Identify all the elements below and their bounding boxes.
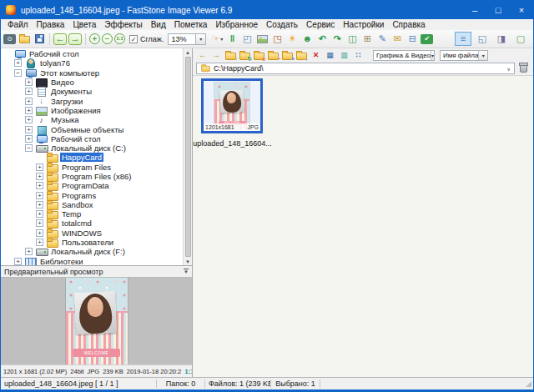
hand-tool-button[interactable]: ☞▾ (210, 33, 224, 46)
menu-colors[interactable]: Цвета (68, 20, 100, 29)
folder-favorites-button[interactable]: ★ (253, 50, 265, 61)
menu-file[interactable]: Файл (3, 20, 33, 29)
email-button[interactable]: ✉ (390, 33, 404, 46)
collapse-minus-icon[interactable]: − (14, 69, 22, 77)
minimize-button[interactable]: – (463, 1, 486, 19)
expand-plus-icon[interactable]: + (25, 135, 33, 143)
tree-scrollbar[interactable]: ▲ ▼ (183, 48, 192, 265)
actual-size-button[interactable]: 1:1 (114, 33, 125, 44)
tree-item-video[interactable]: +Видео (1, 78, 183, 87)
tree-item-pictures[interactable]: +Изображения (1, 106, 183, 115)
file-type-filter-select[interactable]: Графика & Видео ▾ (373, 50, 435, 61)
tree-item-programs[interactable]: +Programs (1, 190, 183, 199)
tree-item-windows[interactable]: +WINDOWS (1, 229, 183, 238)
compare-images-button[interactable]: ◫ (345, 33, 359, 46)
open-folder-button[interactable]: → (18, 33, 31, 46)
file-thumbnail-selected[interactable]: WELCOME 1201x1681 JPG (201, 78, 263, 133)
expand-plus-icon[interactable]: + (36, 182, 43, 189)
expand-plus-icon[interactable]: + (25, 107, 33, 114)
expand-plus-icon[interactable]: + (14, 59, 22, 67)
scroll-up-icon[interactable]: ▲ (184, 48, 192, 56)
expand-plus-icon[interactable]: + (36, 210, 43, 218)
tree-item-program-files[interactable]: +Program Files (1, 163, 183, 172)
scrollbar-thumb[interactable] (185, 57, 191, 257)
folder-new-button[interactable]: + (267, 50, 280, 61)
address-input[interactable]: C:\HappyCard\ ∨ (196, 63, 515, 74)
tree-item-users[interactable]: +Пользователи (1, 238, 183, 247)
tree-item-totalcmd[interactable]: +totalcmd (1, 219, 183, 228)
file-name-label[interactable]: uploaded_148_16604... (193, 139, 272, 148)
acquire-camera-button[interactable]: ⊙ (3, 34, 16, 44)
tree-item-disk-f[interactable]: +Локальный диск (F:) (1, 247, 183, 256)
move-to-folder-button[interactable]: → (295, 50, 308, 61)
expand-plus-icon[interactable]: + (36, 229, 43, 237)
tree-item-temp[interactable]: +Temp (1, 209, 183, 219)
print-button[interactable]: ⊟ (406, 33, 419, 46)
menu-help[interactable]: Справка (388, 20, 429, 29)
expand-plus-icon[interactable]: + (25, 98, 33, 105)
collapse-minus-icon[interactable]: − (25, 144, 33, 152)
chevron-down-icon[interactable]: ▾ (196, 33, 206, 45)
red-eye-button[interactable]: ☻ (300, 33, 314, 46)
menu-view[interactable]: Вид (147, 20, 170, 29)
image-wall-button[interactable] (255, 33, 269, 46)
menu-settings[interactable]: Настройки (339, 20, 388, 29)
tree-item-sandbox[interactable]: +Sandbox (1, 200, 183, 209)
folder-up-button[interactable]: ↑ (224, 50, 237, 61)
expand-plus-icon[interactable]: + (36, 239, 43, 246)
copy-to-folder-button[interactable]: » (281, 50, 294, 61)
expand-plus-icon[interactable]: + (25, 116, 33, 123)
view-fullscreen-button[interactable]: ▢ (512, 32, 529, 46)
recycle-bin-button[interactable] (517, 63, 530, 74)
tree-item-libraries[interactable]: +Библиотеки (1, 257, 183, 265)
menu-edit[interactable]: Правка (33, 20, 69, 29)
tree-item-program-files-x86[interactable]: +Program Files (x86) (1, 172, 183, 181)
autohide-pin-icon[interactable]: ▼ (184, 269, 189, 274)
browse-select-button[interactable]: ◰ (240, 33, 254, 46)
view-windowed-button[interactable]: ◱ (474, 32, 491, 46)
tree-item-this-pc[interactable]: −Этот компьютер (1, 68, 183, 78)
tree-item-downloads[interactable]: +↓Загрузки (1, 96, 183, 105)
rotate-right-button[interactable]: ↷ (330, 33, 344, 46)
expand-plus-icon[interactable]: + (25, 126, 33, 133)
dropdown-arrow-icon[interactable]: ▾ (220, 37, 223, 42)
rotate-left-button[interactable]: ↶ (315, 33, 329, 46)
menu-tag[interactable]: Пометка (170, 20, 212, 29)
expand-plus-icon[interactable]: + (36, 173, 43, 180)
folder-refresh-button[interactable]: ↻ (239, 50, 251, 61)
chevron-down-icon[interactable]: ▾ (431, 51, 434, 60)
zoom-in-button[interactable]: + (89, 33, 100, 44)
menu-favorites[interactable]: Избранное (211, 20, 262, 29)
expand-plus-icon[interactable]: + (36, 201, 43, 209)
tree-item-disk-c[interactable]: −Локальный диск (C:) (1, 143, 183, 153)
maximize-button[interactable]: □ (486, 1, 510, 19)
menu-create[interactable]: Создать (262, 20, 302, 29)
tree-item-happycard[interactable]: HappyCard (1, 153, 183, 162)
expand-plus-icon[interactable]: + (14, 258, 22, 265)
prev-image-button[interactable]: ← (53, 33, 67, 45)
view-columns-button[interactable]: ▥ (338, 50, 350, 61)
expand-plus-icon[interactable]: + (25, 88, 33, 95)
adjust-colors-button[interactable]: ☀ (285, 33, 299, 46)
draw-board-button[interactable]: ✎ (375, 33, 389, 46)
close-button[interactable]: × (510, 1, 533, 19)
tree-item-music[interactable]: +♪Музыка (1, 115, 183, 124)
tree-item-programdata[interactable]: +ProgramData (1, 181, 183, 190)
view-list-button[interactable]: ∷ (352, 50, 365, 61)
expand-plus-icon[interactable]: + (25, 78, 33, 86)
screen-capture-button[interactable]: ✔ (421, 34, 433, 44)
smoothing-checkbox[interactable]: ✓ Сглаж. (129, 35, 164, 43)
forward-button[interactable]: → (210, 50, 223, 61)
view-fullwindow-button[interactable]: ◨ (493, 32, 510, 46)
clone-stamp-button[interactable]: ◳ (270, 33, 284, 46)
zoom-out-button[interactable]: − (102, 33, 113, 44)
tree-item-desktop[interactable]: +Рабочий стол (1, 134, 183, 143)
sort-by-select[interactable]: Имя файла ▾ (440, 50, 488, 61)
next-image-button[interactable]: → (68, 33, 82, 45)
view-details-button[interactable]: ≡ (455, 32, 471, 46)
zoom-level-select[interactable]: 13% ▾ (168, 33, 206, 45)
view-thumbnails-button[interactable]: ▦ (324, 50, 336, 61)
expand-plus-icon[interactable]: + (25, 248, 33, 255)
back-button[interactable]: ← (196, 50, 209, 61)
swap-compare-button[interactable]: ‖ (225, 33, 239, 46)
